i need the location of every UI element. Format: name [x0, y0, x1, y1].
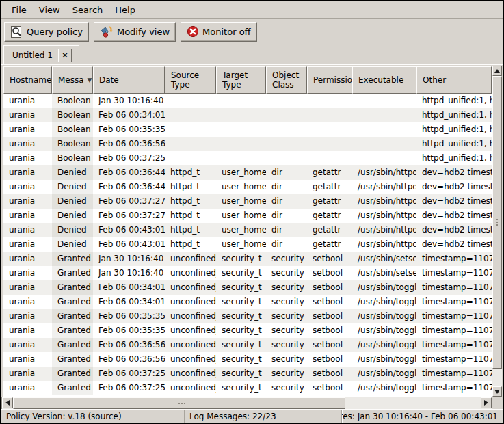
cell-executable: /usr/sbin/httpd: [352, 194, 416, 209]
scroll-down-button[interactable]: [492, 386, 502, 397]
table-row[interactable]: uraniaGrantedFeb 06 00:37:25unconfined_s…: [3, 367, 492, 381]
cell-messa: Granted: [52, 381, 93, 395]
table-row[interactable]: uraniaDeniedFeb 06 00:36:44httpd_tuser_h…: [3, 165, 492, 180]
table-header: HostnameMessa▼DateSource TypeTarget Type…: [3, 66, 492, 94]
table-row[interactable]: uraniaGrantedFeb 06 00:35:35unconfined_s…: [3, 323, 492, 338]
cell-executable: /usr/sbin/setseb: [352, 252, 416, 266]
menu-item-file[interactable]: File: [5, 3, 33, 17]
table-row[interactable]: uraniaBooleanFeb 06 00:35:35httpd_unifie…: [3, 122, 492, 137]
cell-date: Feb 06 00:35:35: [93, 309, 165, 323]
vertical-scroll-thumb[interactable]: [492, 76, 502, 369]
cell-date: Feb 06 00:34:01: [93, 280, 165, 295]
cell-object-class: security: [266, 381, 307, 395]
cell-permission: setbool: [307, 323, 352, 338]
cell-hostname: urania: [3, 194, 52, 209]
table-row[interactable]: uraniaDeniedFeb 06 00:43:01httpd_tuser_h…: [3, 223, 492, 237]
menu-item-search[interactable]: Search: [66, 3, 109, 17]
arrow-down-icon: [494, 390, 500, 394]
table-row[interactable]: uraniaGrantedFeb 06 00:36:56unconfined_s…: [3, 352, 492, 367]
scrollbar-corner: [492, 397, 503, 409]
cell-permission: getattr: [307, 180, 352, 194]
cell-messa: Granted: [52, 266, 93, 280]
cell-date: Feb 06 00:37:27: [93, 209, 165, 223]
tab-close-button[interactable]: ✕: [58, 49, 72, 62]
arrow-up-icon: [494, 69, 500, 73]
cell-hostname: urania: [3, 323, 52, 338]
monitor-off-button[interactable]: Monitor off: [181, 22, 256, 42]
vertical-scroll-track[interactable]: [492, 76, 502, 386]
table-row[interactable]: uraniaGrantedJan 30 10:16:40unconfined_s…: [3, 252, 492, 266]
cell-other: timestamp=11071: [416, 252, 492, 266]
cell-messa: Denied: [52, 165, 93, 180]
cell-other: timestamp=11076: [416, 338, 492, 352]
cell-source-type: [165, 122, 216, 137]
cell-source-type: httpd_t: [165, 194, 216, 209]
column-header-object-class[interactable]: Object Class: [266, 66, 307, 94]
column-header-label: Target Type: [222, 70, 263, 90]
cell-date: Feb 06 00:34:01: [93, 295, 165, 309]
cell-date: Jan 30 10:16:40: [93, 94, 165, 108]
cell-executable: /usr/sbin/setseb: [352, 266, 416, 280]
tab-untitled-1[interactable]: Untitled 1 ✕: [3, 45, 79, 64]
table-row[interactable]: uraniaDeniedFeb 06 00:36:44httpd_tuser_h…: [3, 180, 492, 194]
table-row[interactable]: uraniaGrantedFeb 06 00:34:01unconfined_s…: [3, 280, 492, 295]
table-row[interactable]: uraniaDeniedFeb 06 00:43:01httpd_tuser_h…: [3, 237, 492, 252]
table-row[interactable]: uraniaBooleanFeb 06 00:34:01httpd_unifie…: [3, 108, 492, 122]
column-header-executable[interactable]: Executable: [352, 66, 416, 94]
menubar: FileViewSearchHelp: [1, 1, 503, 19]
cell-other: httpd_unified:1, h: [416, 151, 492, 165]
cell-target-type: security_t: [216, 367, 266, 381]
cell-messa: Boolean: [52, 151, 93, 165]
modify-view-button[interactable]: Modify view: [94, 22, 176, 42]
column-header-source-type[interactable]: Source Type: [165, 66, 216, 94]
cell-other: dev=hdb2 timesta: [416, 194, 492, 209]
horizontal-scroll-thumb[interactable]: [13, 397, 345, 409]
cell-executable: [352, 137, 416, 151]
table-row[interactable]: uraniaGrantedJan 30 10:16:40unconfined_s…: [3, 266, 492, 280]
table-row[interactable]: uraniaBooleanFeb 06 00:36:56httpd_unifie…: [3, 137, 492, 151]
table-row[interactable]: uraniaGrantedFeb 06 00:35:35unconfined_s…: [3, 309, 492, 323]
table-row[interactable]: uraniaGrantedFeb 06 00:34:01unconfined_s…: [3, 295, 492, 309]
menu-item-help[interactable]: Help: [109, 3, 142, 17]
column-header-label: Source Type: [171, 70, 213, 90]
table-row[interactable]: uraniaDeniedFeb 06 00:37:27httpd_tuser_h…: [3, 209, 492, 223]
cell-target-type: user_home_: [216, 180, 266, 194]
cell-object-class: [266, 108, 307, 122]
cell-object-class: security: [266, 323, 307, 338]
cell-source-type: httpd_t: [165, 180, 216, 194]
scroll-right-button[interactable]: [481, 397, 492, 408]
cell-target-type: [216, 137, 266, 151]
table-row[interactable]: uraniaGrantedFeb 06 00:37:25unconfined_s…: [3, 381, 492, 395]
table-body: uraniaBooleanJan 30 10:16:40httpd_unifie…: [3, 94, 492, 397]
cell-hostname: urania: [3, 295, 52, 309]
column-header-date[interactable]: Date: [93, 66, 165, 94]
cell-hostname: urania: [3, 180, 52, 194]
modify-view-label: Modify view: [117, 27, 170, 37]
vertical-scrollbar[interactable]: [492, 66, 502, 397]
cell-date: Feb 06 00:36:56: [93, 137, 165, 151]
table-row[interactable]: uraniaDeniedFeb 06 00:37:27httpd_tuser_h…: [3, 194, 492, 209]
column-header-permission[interactable]: Permission: [307, 66, 352, 94]
toolbar: Query policy Modify view Mo: [1, 19, 503, 44]
scroll-left-button[interactable]: [2, 397, 13, 408]
cell-target-type: security_t: [216, 295, 266, 309]
column-header-other[interactable]: Other: [416, 66, 492, 94]
horizontal-scroll-track[interactable]: [1, 397, 492, 409]
cell-permission: setbool: [307, 309, 352, 323]
column-header-hostname[interactable]: Hostname: [3, 66, 52, 94]
horizontal-scrollbar[interactable]: [1, 397, 503, 409]
column-header-target-type[interactable]: Target Type: [216, 66, 266, 94]
cell-permission: getattr: [307, 165, 352, 180]
log-messages-status: Log Messages: 22/23: [185, 410, 342, 423]
scroll-up-button[interactable]: [492, 66, 502, 76]
cell-date: Feb 06 00:36:44: [93, 180, 165, 194]
table-row[interactable]: uraniaGrantedFeb 06 00:36:56unconfined_s…: [3, 338, 492, 352]
menu-item-view[interactable]: View: [33, 3, 66, 17]
cell-other: timestamp=11071: [416, 266, 492, 280]
column-header-messa[interactable]: Messa▼: [52, 66, 93, 94]
cell-date: Jan 30 10:16:40: [93, 252, 165, 266]
query-policy-button[interactable]: Query policy: [4, 22, 89, 42]
table-row[interactable]: uraniaBooleanJan 30 10:16:40httpd_unifie…: [3, 94, 492, 108]
table-row[interactable]: uraniaBooleanFeb 06 00:37:25httpd_unifie…: [3, 151, 492, 165]
cell-object-class: [266, 151, 307, 165]
